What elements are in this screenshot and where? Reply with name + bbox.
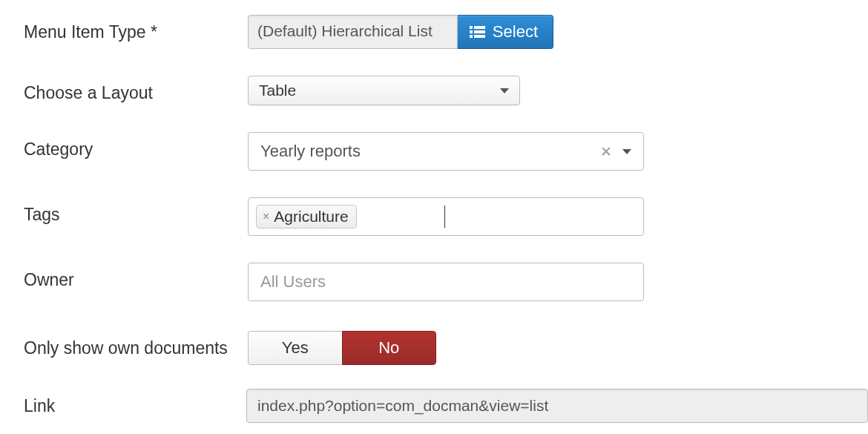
select-button-label: Select [493, 22, 538, 42]
chevron-down-icon [622, 149, 631, 154]
category-value: Yearly reports [260, 142, 361, 161]
layout-label: Choose a Layout [24, 76, 248, 103]
category-select[interactable]: Yearly reports ✕ [248, 132, 644, 171]
tags-input[interactable]: × Agriculture [248, 197, 644, 236]
category-label: Category [24, 132, 248, 160]
toggle-yes-button[interactable]: Yes [248, 331, 342, 365]
text-cursor [444, 206, 445, 228]
only-own-label: Only show own documents [24, 331, 248, 358]
owner-input[interactable]: All Users [248, 263, 644, 301]
tags-label: Tags [24, 197, 248, 225]
tag-chip: × Agriculture [256, 205, 357, 228]
list-icon [470, 26, 485, 38]
owner-label: Owner [24, 263, 248, 290]
menu-item-type-label: Menu Item Type * [24, 15, 248, 42]
clear-category-icon[interactable]: ✕ [600, 143, 612, 160]
chevron-down-icon [500, 88, 509, 93]
toggle-no-button[interactable]: No [342, 331, 437, 365]
tag-remove-icon[interactable]: × [263, 211, 269, 223]
layout-select[interactable]: Table [248, 76, 520, 105]
select-type-button[interactable]: Select [458, 15, 553, 49]
only-own-toggle: Yes No [248, 331, 436, 365]
link-label: Link [24, 389, 246, 416]
tag-label: Agriculture [274, 208, 348, 226]
link-field: index.php?option=com_docman&view=list [246, 389, 868, 423]
menu-item-type-field: (Default) Hierarchical List [248, 15, 458, 49]
layout-value: Table [259, 82, 296, 99]
